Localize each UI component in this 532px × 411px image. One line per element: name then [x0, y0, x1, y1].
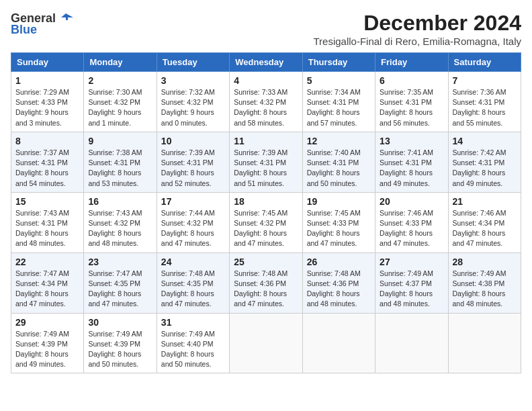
day-info: Sunrise: 7:48 AMSunset: 4:35 PMDaylight:…: [161, 269, 225, 310]
calendar-cell: 20Sunrise: 7:46 AMSunset: 4:33 PMDayligh…: [375, 192, 448, 253]
day-number: 2: [88, 75, 152, 86]
calendar-cell: 22Sunrise: 7:47 AMSunset: 4:34 PMDayligh…: [11, 253, 84, 313]
day-info: Sunrise: 7:49 AMSunset: 4:40 PMDaylight:…: [161, 329, 225, 370]
day-number: 30: [88, 317, 152, 328]
day-info: Sunrise: 7:34 AMSunset: 4:31 PMDaylight:…: [307, 87, 371, 128]
day-info: Sunrise: 7:44 AMSunset: 4:32 PMDaylight:…: [161, 208, 225, 249]
calendar-cell: 4Sunrise: 7:33 AMSunset: 4:32 PMDaylight…: [230, 72, 302, 132]
calendar-cell: 24Sunrise: 7:48 AMSunset: 4:35 PMDayligh…: [157, 253, 229, 313]
day-number: 21: [453, 196, 517, 207]
calendar-cell: 5Sunrise: 7:34 AMSunset: 4:31 PMDaylight…: [302, 72, 375, 132]
day-info: Sunrise: 7:38 AMSunset: 4:31 PMDaylight:…: [88, 148, 152, 189]
calendar-week-row: 29Sunrise: 7:49 AMSunset: 4:39 PMDayligh…: [11, 313, 521, 373]
calendar-cell: 6Sunrise: 7:35 AMSunset: 4:31 PMDaylight…: [375, 72, 448, 132]
day-number: 11: [234, 136, 298, 146]
day-number: 18: [234, 196, 298, 207]
day-info: Sunrise: 7:48 AMSunset: 4:36 PMDaylight:…: [307, 269, 371, 310]
day-number: 26: [307, 257, 371, 267]
day-info: Sunrise: 7:49 AMSunset: 4:39 PMDaylight:…: [88, 329, 152, 370]
calendar-cell: 7Sunrise: 7:36 AMSunset: 4:31 PMDaylight…: [448, 72, 521, 132]
calendar-cell: 26Sunrise: 7:48 AMSunset: 4:36 PMDayligh…: [302, 253, 375, 313]
day-number: 19: [307, 196, 371, 207]
day-number: 13: [380, 136, 443, 146]
calendar-cell: 23Sunrise: 7:47 AMSunset: 4:35 PMDayligh…: [84, 253, 157, 313]
day-info: Sunrise: 7:43 AMSunset: 4:31 PMDaylight:…: [15, 208, 79, 249]
day-number: 1: [15, 75, 79, 86]
weekday-header-monday: Monday: [84, 53, 157, 72]
day-info: Sunrise: 7:42 AMSunset: 4:31 PMDaylight:…: [453, 148, 517, 189]
logo: General Blue: [11, 11, 73, 37]
day-info: Sunrise: 7:37 AMSunset: 4:31 PMDaylight:…: [15, 148, 79, 189]
calendar-table: SundayMondayTuesdayWednesdayThursdayFrid…: [11, 52, 521, 373]
day-info: Sunrise: 7:29 AMSunset: 4:33 PMDaylight:…: [15, 87, 79, 128]
day-info: Sunrise: 7:47 AMSunset: 4:35 PMDaylight:…: [88, 269, 152, 310]
calendar-cell: 11Sunrise: 7:39 AMSunset: 4:31 PMDayligh…: [230, 132, 302, 192]
calendar-cell: [230, 313, 302, 373]
calendar-cell: 9Sunrise: 7:38 AMSunset: 4:31 PMDaylight…: [84, 132, 157, 192]
day-number: 8: [15, 136, 79, 146]
day-number: 24: [161, 257, 225, 267]
day-number: 10: [161, 136, 225, 146]
day-number: 17: [161, 196, 225, 207]
day-info: Sunrise: 7:30 AMSunset: 4:32 PMDaylight:…: [88, 87, 152, 128]
logo-bird-icon: [58, 11, 73, 26]
day-number: 20: [380, 196, 443, 207]
day-info: Sunrise: 7:41 AMSunset: 4:31 PMDaylight:…: [380, 148, 443, 189]
day-info: Sunrise: 7:49 AMSunset: 4:38 PMDaylight:…: [453, 269, 517, 310]
day-info: Sunrise: 7:36 AMSunset: 4:31 PMDaylight:…: [453, 87, 517, 128]
calendar-cell: 8Sunrise: 7:37 AMSunset: 4:31 PMDaylight…: [11, 132, 84, 192]
calendar-cell: 10Sunrise: 7:39 AMSunset: 4:31 PMDayligh…: [157, 132, 229, 192]
weekday-header-friday: Friday: [375, 53, 448, 72]
calendar-cell: [448, 313, 521, 373]
location-title: Tresigallo-Final di Rero, Emilia-Romagna…: [313, 36, 521, 47]
day-number: 7: [453, 75, 517, 86]
calendar-cell: 1Sunrise: 7:29 AMSunset: 4:33 PMDaylight…: [11, 72, 84, 132]
calendar-week-row: 15Sunrise: 7:43 AMSunset: 4:31 PMDayligh…: [11, 192, 521, 253]
weekday-header-saturday: Saturday: [448, 53, 521, 72]
day-number: 6: [380, 75, 443, 86]
calendar-cell: 2Sunrise: 7:30 AMSunset: 4:32 PMDaylight…: [84, 72, 157, 132]
weekday-header-row: SundayMondayTuesdayWednesdayThursdayFrid…: [11, 53, 521, 72]
calendar-cell: 28Sunrise: 7:49 AMSunset: 4:38 PMDayligh…: [448, 253, 521, 313]
day-number: 14: [453, 136, 517, 146]
day-info: Sunrise: 7:43 AMSunset: 4:32 PMDaylight:…: [88, 208, 152, 249]
calendar-cell: 17Sunrise: 7:44 AMSunset: 4:32 PMDayligh…: [157, 192, 229, 253]
day-info: Sunrise: 7:49 AMSunset: 4:37 PMDaylight:…: [380, 269, 443, 310]
calendar-cell: 21Sunrise: 7:46 AMSunset: 4:34 PMDayligh…: [448, 192, 521, 253]
calendar-cell: 12Sunrise: 7:40 AMSunset: 4:31 PMDayligh…: [302, 132, 375, 192]
day-number: 9: [88, 136, 152, 146]
page-header: General Blue December 2024 Tresigallo-Fi…: [11, 11, 521, 47]
day-number: 3: [161, 75, 225, 86]
svg-marker-0: [61, 13, 73, 20]
day-number: 5: [307, 75, 371, 86]
calendar-cell: 29Sunrise: 7:49 AMSunset: 4:39 PMDayligh…: [11, 313, 84, 373]
day-number: 25: [234, 257, 298, 267]
calendar-cell: 13Sunrise: 7:41 AMSunset: 4:31 PMDayligh…: [375, 132, 448, 192]
calendar-cell: [302, 313, 375, 373]
calendar-cell: 3Sunrise: 7:32 AMSunset: 4:32 PMDaylight…: [157, 72, 229, 132]
day-info: Sunrise: 7:48 AMSunset: 4:36 PMDaylight:…: [234, 269, 298, 310]
day-number: 28: [453, 257, 517, 267]
weekday-header-thursday: Thursday: [302, 53, 375, 72]
day-info: Sunrise: 7:45 AMSunset: 4:32 PMDaylight:…: [234, 208, 298, 249]
day-number: 31: [161, 317, 225, 328]
day-info: Sunrise: 7:39 AMSunset: 4:31 PMDaylight:…: [234, 148, 298, 189]
day-info: Sunrise: 7:46 AMSunset: 4:33 PMDaylight:…: [380, 208, 443, 249]
day-info: Sunrise: 7:49 AMSunset: 4:39 PMDaylight:…: [15, 329, 79, 370]
day-number: 16: [88, 196, 152, 207]
calendar-cell: 18Sunrise: 7:45 AMSunset: 4:32 PMDayligh…: [230, 192, 302, 253]
calendar-cell: 31Sunrise: 7:49 AMSunset: 4:40 PMDayligh…: [157, 313, 229, 373]
month-title: December 2024: [313, 11, 521, 36]
day-number: 23: [88, 257, 152, 267]
calendar-week-row: 1Sunrise: 7:29 AMSunset: 4:33 PMDaylight…: [11, 72, 521, 132]
day-info: Sunrise: 7:39 AMSunset: 4:31 PMDaylight:…: [161, 148, 225, 189]
title-section: December 2024 Tresigallo-Final di Rero, …: [313, 11, 521, 47]
weekday-header-sunday: Sunday: [11, 53, 84, 72]
day-info: Sunrise: 7:47 AMSunset: 4:34 PMDaylight:…: [15, 269, 79, 310]
day-number: 15: [15, 196, 79, 207]
weekday-header-wednesday: Wednesday: [230, 53, 302, 72]
weekday-header-tuesday: Tuesday: [157, 53, 229, 72]
day-info: Sunrise: 7:35 AMSunset: 4:31 PMDaylight:…: [380, 87, 443, 128]
day-number: 12: [307, 136, 371, 146]
day-info: Sunrise: 7:45 AMSunset: 4:33 PMDaylight:…: [307, 208, 371, 249]
